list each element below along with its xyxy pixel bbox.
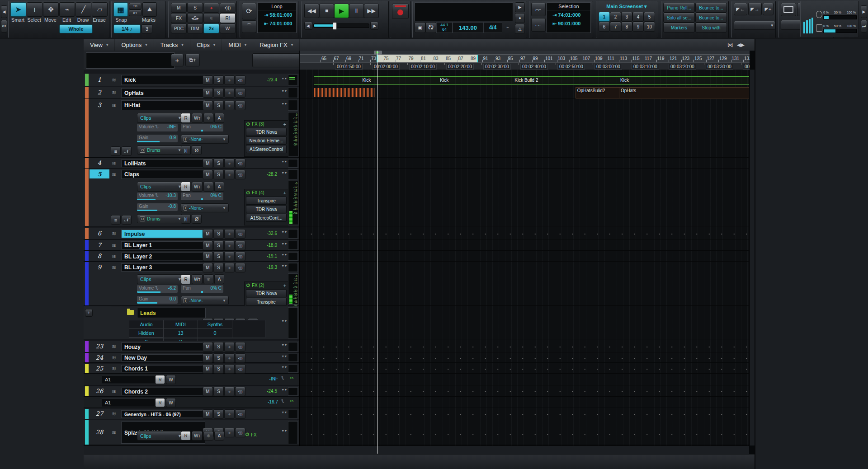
track-solo-button[interactable]: S — [213, 75, 224, 85]
track-number[interactable]: 2 — [90, 88, 109, 97]
track-collapse-arrows[interactable]: ▾ ▾ — [281, 355, 288, 358]
track-mute-button[interactable]: M — [203, 229, 213, 239]
track-audition-button[interactable]: •))) — [235, 428, 245, 437]
track-solo-button[interactable]: S — [213, 101, 224, 110]
lane-view-button[interactable]: ≡ — [111, 146, 121, 156]
nudge-right-button[interactable]: ◤→ — [748, 3, 762, 15]
track-audition-button[interactable]: •))) — [235, 263, 245, 272]
scroll-left-icon[interactable]: ◀ — [1, 5, 7, 18]
track-record-button[interactable]: ● — [224, 428, 235, 437]
automation-read-button[interactable]: R — [181, 431, 191, 441]
volume-slider[interactable]: Volume ᔐ-6.2 — [137, 285, 178, 293]
lane-write-button[interactable]: W — [166, 398, 176, 407]
track-record-button[interactable]: ● — [224, 263, 235, 272]
fx-power-icon[interactable]: ⏻ — [246, 190, 250, 196]
custom-button-2[interactable]: Solo all se... — [663, 13, 695, 23]
punch-toggle-button[interactable]: ⌒ — [242, 20, 256, 33]
custom-button-3[interactable]: Bounce to... — [695, 13, 727, 23]
track-name-box[interactable]: Houzy — [121, 342, 205, 351]
mix-dim-button[interactable]: DIM — [187, 23, 203, 33]
nudge-dropdown[interactable]: ▾ — [734, 21, 775, 30]
clip-t2[interactable] — [314, 88, 375, 97]
marker-next-button[interactable]: ⌐⌐ — [531, 18, 546, 32]
snap-marks-button[interactable]: ⛰ — [142, 2, 157, 17]
track-collapse-arrows[interactable]: ▾ ▾ — [281, 89, 288, 93]
add-track-menu-button[interactable]: ⧉+ — [185, 54, 200, 66]
menu-tracks[interactable]: Tracks▾ — [154, 39, 190, 51]
input-dropdown[interactable]: I-None-▼ — [181, 135, 229, 144]
lane-name-box[interactable]: A1 — [102, 398, 159, 407]
fx-plugin-button[interactable]: A1StereoControl — [246, 145, 287, 153]
track-number[interactable]: 3 — [90, 100, 109, 110]
track-record-button[interactable]: ● — [224, 387, 235, 396]
scroll-right-end-icon[interactable]: ⏭ — [861, 20, 867, 33]
automation-read-button[interactable]: R — [181, 182, 191, 192]
track-collapse-arrows[interactable]: ▾ ▾ — [281, 264, 288, 267]
track-mute-button[interactable]: M — [203, 241, 213, 250]
track-audition-button[interactable]: •))) — [235, 241, 245, 250]
track-mute-button[interactable]: M — [203, 252, 213, 261]
track-name-box[interactable]: Impulse — [121, 230, 205, 238]
track-collapse-arrows[interactable]: ▾ ▾ — [281, 171, 288, 174]
mix-pdc-button[interactable]: PDC — [171, 23, 187, 33]
track-name-box[interactable]: Chords 1 — [121, 365, 205, 372]
transport-slider-thumb[interactable] — [333, 22, 337, 30]
input-dropdown[interactable]: I-None-▼ — [181, 203, 229, 212]
track-audition-button[interactable]: •))) — [235, 101, 245, 110]
track-record-button[interactable]: ● — [224, 342, 235, 352]
track-mute-button[interactable]: M — [203, 88, 213, 98]
play-marker-icon[interactable]: ▶ — [374, 51, 382, 55]
transport-slider-end[interactable]: |▶ — [370, 22, 378, 30]
track-mute-button[interactable]: M — [203, 409, 213, 419]
pan-slider[interactable]: Pan0% C — [181, 192, 223, 200]
track-solo-button[interactable]: S — [213, 229, 224, 239]
track-number[interactable]: 23 — [90, 342, 109, 351]
screenset-button-1[interactable]: 1 — [599, 12, 610, 22]
track-audition-button[interactable]: •))) — [235, 229, 245, 239]
track-solo-button[interactable]: S — [213, 241, 224, 250]
snapshot-camera-button[interactable] — [781, 3, 796, 16]
track-name-box[interactable]: OpHats — [121, 88, 205, 98]
tool-button-erase[interactable]: ▱ — [92, 2, 108, 17]
track-name-box[interactable]: Chords 2 — [121, 388, 205, 395]
snap-grid-button[interactable]: ▦ — [113, 2, 128, 17]
track-name-box[interactable]: Leads — [137, 308, 206, 318]
track-audition-button[interactable]: •))) — [235, 342, 245, 352]
transport-stop-button[interactable]: ■ — [319, 4, 334, 18]
mix--button[interactable]: ● — [203, 3, 219, 13]
track-solo-button[interactable]: S — [213, 387, 224, 396]
sync-source-icon[interactable]: ◉ — [415, 22, 425, 33]
screenset-button-6[interactable]: 6 — [599, 22, 610, 32]
metronome-settings-icon[interactable]: 🗘 — [425, 22, 436, 33]
tool-button-draw[interactable]: ╱ — [75, 2, 91, 17]
mix-w-button[interactable]: W — [220, 23, 236, 33]
mix--button[interactable]: •))) — [220, 3, 236, 13]
track-collapse-arrows[interactable]: ▾ ▾ — [281, 388, 288, 391]
track-collapse-arrows[interactable]: ▾ ▾ — [281, 242, 288, 245]
track-collapse-arrows[interactable]: ▾ ▾ — [281, 253, 288, 256]
multidock-bar[interactable] — [84, 455, 755, 469]
fx-plugin-button[interactable]: Neutron Eleme... — [246, 136, 287, 145]
track-number[interactable]: 24 — [90, 354, 109, 361]
track-number[interactable]: 9 — [90, 263, 109, 271]
track-collapse-arrows[interactable]: ▾ ▾ — [281, 77, 288, 80]
snap-by-toggle[interactable]: BY — [129, 9, 142, 16]
record-arm-button[interactable] — [392, 4, 409, 19]
menu-region-fx[interactable]: Region FX▾ — [253, 39, 300, 51]
gain-slider[interactable]: Gain-0.8 — [137, 203, 178, 211]
track-mute-button[interactable]: M — [203, 364, 213, 374]
custom-button-1[interactable]: Bounce to... — [695, 3, 727, 13]
automation-write-button[interactable]: Wᴛ — [192, 182, 203, 192]
track-record-button[interactable]: ● — [224, 75, 235, 85]
fx-add-icon[interactable]: + — [283, 283, 286, 288]
ruler-measures-row[interactable]: 6567697173757779818385878991939597991011… — [300, 54, 750, 63]
mix-fx-button[interactable]: FX — [171, 13, 187, 23]
clips-dropdown[interactable]: Clips▼ — [137, 431, 185, 441]
track-solo-button[interactable]: S — [213, 263, 224, 272]
freeze-button[interactable]: ✱ — [203, 182, 213, 192]
track-audition-button[interactable]: •))) — [235, 252, 245, 261]
lane-read-button[interactable]: R — [155, 375, 165, 384]
track-mute-button[interactable]: M — [203, 159, 213, 168]
tool-button-select[interactable]: I — [27, 2, 42, 17]
clips-dropdown[interactable]: Clips▼ — [137, 274, 185, 284]
